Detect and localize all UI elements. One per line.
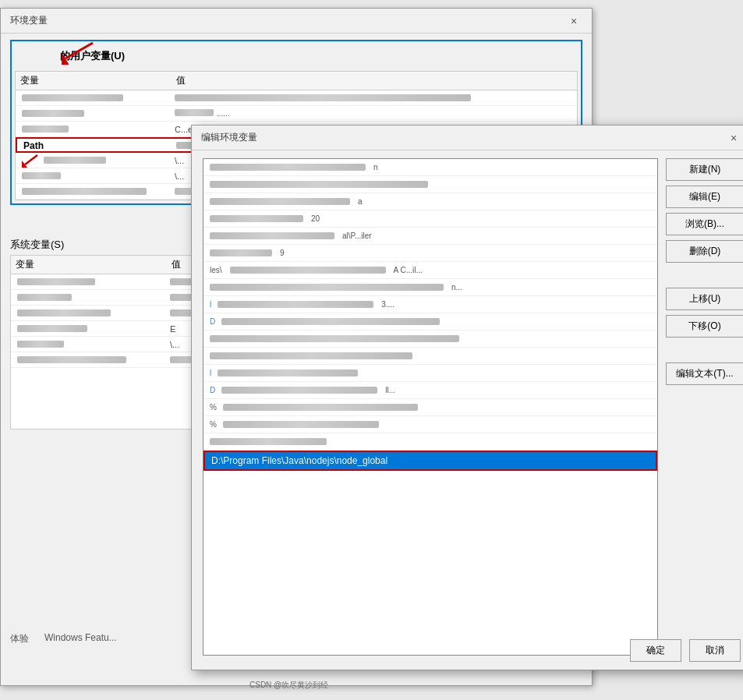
edit-buttons-panel: 新建(N) 编辑(E) 浏览(B)... 删除(D) 上移(U) 下移(O) 编… (666, 150, 743, 663)
new-button[interactable]: 新建(N) (666, 158, 743, 181)
sys-col-var-header: 变量 (16, 258, 172, 271)
path-entries-list[interactable]: n a 20 al\P...iler 9 les\A C...il... n..… (203, 158, 658, 656)
table-row[interactable] (16, 90, 577, 106)
watermark: CSDN @吹尽黄沙到经 (249, 680, 328, 691)
edit-dialog-close[interactable]: × (725, 129, 742, 147)
spacer2 (666, 342, 743, 358)
list-item[interactable] (203, 176, 657, 193)
list-item[interactable] (203, 331, 657, 348)
edit-dialog-content: n a 20 al\P...iler 9 les\A C...il... n..… (192, 150, 743, 663)
list-item[interactable] (203, 433, 657, 451)
cancel-button[interactable]: 取消 (689, 639, 741, 662)
env-dialog-titlebar: 环境变量 × (1, 9, 592, 34)
list-item[interactable]: % (203, 399, 657, 416)
list-item[interactable]: D (203, 313, 657, 331)
move-up-button[interactable]: 上移(U) (666, 288, 743, 310)
list-item[interactable]: l (203, 365, 657, 382)
svg-line-3 (25, 155, 37, 164)
spacer (666, 267, 743, 283)
edit-dialog-title: 编辑环境变量 (201, 131, 257, 144)
selected-path-text: D:\Program Files\Java\nodejs\node_global (211, 455, 387, 466)
user-table-header: 变量 值 (15, 71, 578, 90)
edit-dialog-footer: 确定 取消 (630, 639, 741, 662)
edit-button[interactable]: 编辑(E) (666, 186, 743, 208)
red-arrow-path (22, 154, 41, 168)
svg-line-1 (65, 43, 93, 58)
footer-windows-feature: Windows Featu... (44, 632, 117, 645)
user-section-header: 的用户变量(U) (15, 44, 578, 68)
list-item[interactable]: Dll... (203, 382, 657, 399)
user-col-val-header: 值 (176, 74, 572, 87)
red-arrow-user (62, 41, 101, 65)
list-item[interactable]: % (203, 416, 657, 433)
delete-button[interactable]: 删除(D) (666, 240, 743, 263)
list-item[interactable]: les\A C...il... (203, 262, 657, 279)
browse-button[interactable]: 浏览(B)... (666, 213, 743, 235)
list-item[interactable]: n (203, 159, 657, 176)
list-item[interactable]: 9 (203, 245, 657, 262)
list-item[interactable]: n... (203, 279, 657, 296)
footer-experience: 体验 (10, 632, 29, 645)
list-item[interactable]: 20 (203, 210, 657, 228)
list-item[interactable]: l3.... (203, 296, 657, 313)
env-dialog-close[interactable]: × (565, 12, 582, 30)
edit-text-button[interactable]: 编辑文本(T)... (666, 362, 743, 385)
list-item[interactable] (203, 348, 657, 365)
selected-path-item[interactable]: D:\Program Files\Java\nodejs\node_global (203, 451, 657, 471)
user-col-var-header: 变量 (20, 74, 176, 87)
list-item[interactable]: al\P...iler (203, 228, 657, 245)
ok-button[interactable]: 确定 (630, 639, 681, 662)
table-row[interactable]: ...... (16, 106, 577, 122)
env-dialog-title: 环境变量 (10, 14, 48, 27)
move-down-button[interactable]: 下移(O) (666, 315, 743, 338)
edit-dialog-titlebar: 编辑环境变量 × (192, 126, 743, 150)
edit-env-dialog[interactable]: 编辑环境变量 × n a 20 al\P...iler 9 (191, 125, 743, 670)
path-label: Path (23, 140, 44, 151)
list-item[interactable]: a (203, 193, 657, 210)
